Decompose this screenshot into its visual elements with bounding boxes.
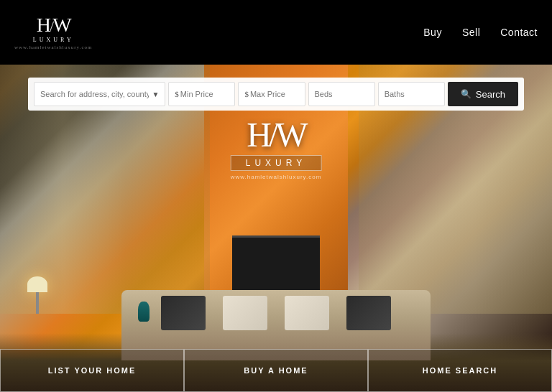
min-price-input[interactable] [180, 90, 229, 98]
lamp [27, 276, 47, 314]
search-icon: 🔍 [461, 89, 472, 99]
lamp-base [36, 292, 39, 314]
max-price-prefix: $ [244, 90, 249, 98]
cta-buy-home-label: BUY A HOME [244, 366, 308, 375]
search-button-label: Search [476, 89, 505, 100]
cta-list-home-label: LIST YOUR HOME [48, 366, 137, 375]
pillow-3 [285, 296, 329, 331]
pillow-4 [346, 296, 391, 331]
nav-contact[interactable]: Contact [500, 27, 538, 38]
min-price-field[interactable]: $ [168, 82, 235, 106]
baths-field[interactable] [378, 82, 445, 106]
logo: H/W LUXURY www.hamletwalshluxury.com [14, 15, 92, 50]
cta-buy-home[interactable]: BUY A HOME [184, 349, 368, 392]
sofa-pillows [152, 294, 400, 332]
nav-links: Buy Sell Contact [423, 27, 538, 38]
dropdown-arrow-icon: ▼ [152, 90, 159, 98]
hero-center-logo: H/W LUXURY www.hamletwalshluxury.com [231, 118, 322, 180]
logo-url-text: www.hamletwalshluxury.com [14, 45, 92, 50]
cta-home-search-label: HOME SEARCH [423, 366, 498, 375]
nav-sell[interactable]: Sell [462, 27, 480, 38]
logo-luxury-text: LUXURY [33, 37, 74, 43]
beds-field[interactable] [308, 82, 375, 106]
location-input[interactable] [40, 90, 149, 98]
cta-home-search[interactable]: HOME SEARCH [368, 349, 552, 392]
decorative-vase [138, 302, 150, 322]
max-price-field[interactable]: $ [238, 82, 305, 106]
hero-logo-monogram: H/W [231, 118, 322, 152]
max-price-input[interactable] [250, 90, 299, 98]
hero-logo-luxury: LUXURY [231, 155, 322, 171]
baths-input[interactable] [385, 90, 438, 98]
logo-monogram: H/W [37, 15, 70, 35]
pillow-1 [161, 296, 206, 331]
hero-logo-url: www.hamletwalshluxury.com [231, 174, 322, 180]
logo-slash: / [50, 17, 52, 35]
bottom-ctas: LIST YOUR HOME BUY A HOME HOME SEARCH [0, 349, 552, 392]
cta-list-home[interactable]: LIST YOUR HOME [0, 349, 184, 392]
beds-input[interactable] [315, 90, 369, 98]
pillow-2 [223, 296, 267, 331]
navbar: H/W LUXURY www.hamletwalshluxury.com Buy… [0, 0, 552, 65]
location-field[interactable]: ▼ [34, 82, 165, 106]
search-button[interactable]: 🔍 Search [448, 82, 518, 106]
search-bar: ▼ $ $ 🔍 Search [28, 78, 524, 111]
lamp-shade [27, 276, 47, 292]
min-price-prefix: $ [175, 90, 179, 98]
nav-buy[interactable]: Buy [423, 27, 442, 38]
